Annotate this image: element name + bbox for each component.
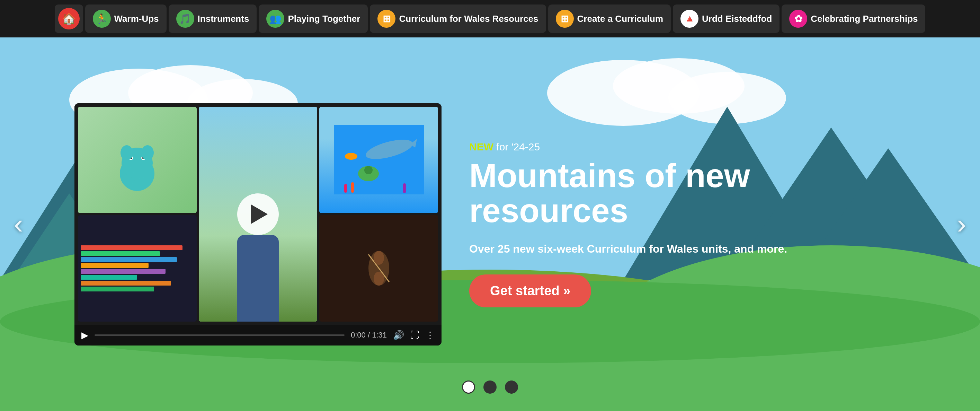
svg-point-40 <box>374 251 384 265</box>
nav-item-urdd[interactable]: 🔺 Urdd Eisteddfod <box>673 5 780 33</box>
nav-item-playing-together[interactable]: 👥 Playing Together <box>259 5 368 33</box>
carousel-prev-button[interactable]: ‹ <box>14 208 23 240</box>
nav-label-create: Create a Curriculum <box>577 14 663 24</box>
badge-year-text: for '24-25 <box>493 141 540 153</box>
badge-new-text: NEW <box>469 141 493 153</box>
thumbnail-ocean <box>319 107 438 213</box>
nav-item-instruments[interactable]: 🎵 Instruments <box>169 5 257 33</box>
navbar: 🏠 🏃 Warm-Ups 🎵 Instruments 👥 Playing Tog… <box>0 0 980 37</box>
music-icon: 🎵 <box>176 10 194 28</box>
hero-content: ▶ 0:00 / 1:31 🔊 ⛶ ⋮ NEW for '24-25 Mount… <box>75 103 905 346</box>
nav-label-instruments: Instruments <box>198 14 249 24</box>
home-nav-item[interactable]: 🏠 <box>55 5 83 33</box>
thumbnail-violin <box>319 215 438 322</box>
prev-arrow-icon: ‹ <box>14 209 23 239</box>
svg-point-33 <box>345 153 357 160</box>
run-icon: 🏃 <box>93 10 111 28</box>
play-pause-button[interactable]: ▶ <box>81 330 88 341</box>
grid-icon: ⊞ <box>377 10 396 28</box>
video-thumbnails <box>75 103 442 325</box>
home-icon: 🏠 <box>58 8 80 29</box>
urdd-icon: 🔺 <box>681 10 698 28</box>
thumbnail-elephant <box>78 107 197 213</box>
video-controls-bar: ▶ 0:00 / 1:31 🔊 ⛶ ⋮ <box>75 325 442 346</box>
nav-label-curriculum: Curriculum for Wales Resources <box>399 14 538 24</box>
svg-point-41 <box>374 272 384 285</box>
carousel-dot-2[interactable] <box>484 381 496 393</box>
carousel-dot-3[interactable] <box>505 381 518 393</box>
progress-bar[interactable] <box>94 335 345 336</box>
hero-section: ‹ <box>0 37 980 411</box>
get-started-button[interactable]: Get started » <box>469 274 591 307</box>
svg-point-32 <box>364 166 372 174</box>
carousel-dots <box>462 381 518 393</box>
video-player: ▶ 0:00 / 1:31 🔊 ⛶ ⋮ <box>75 103 442 346</box>
person-silhouette <box>237 235 279 322</box>
svg-point-27 <box>141 145 154 161</box>
hero-title: Mountains of new resources <box>469 158 905 228</box>
next-arrow-icon: › <box>957 209 966 239</box>
play-button[interactable] <box>237 193 279 235</box>
svg-rect-28 <box>334 125 424 194</box>
daw-display <box>78 242 197 294</box>
new-badge: NEW for '24-25 <box>469 141 905 153</box>
flower-icon: ✿ <box>789 10 807 28</box>
elephant-svg <box>106 129 168 191</box>
video-wrapper: ▶ 0:00 / 1:31 🔊 ⛶ ⋮ <box>75 103 442 346</box>
nav-label-warmups: Warm-Ups <box>114 14 159 24</box>
nav-item-curriculum-wales[interactable]: ⊞ Curriculum for Wales Resources <box>370 5 546 33</box>
nav-item-create-curriculum[interactable]: ⊞ Create a Curriculum <box>548 5 671 33</box>
svg-rect-34 <box>344 184 347 193</box>
hero-text-panel: NEW for '24-25 Mountains of new resource… <box>469 141 905 308</box>
hero-subtitle: Over 25 new six-week Curriculum for Wale… <box>469 241 905 257</box>
fullscreen-button[interactable]: ⛶ <box>410 330 419 341</box>
violin-svg <box>344 241 414 296</box>
nav-label-urdd: Urdd Eisteddfod <box>702 14 772 24</box>
ocean-svg <box>334 125 424 194</box>
svg-rect-36 <box>403 183 406 193</box>
nav-label-celebrating: Celebrating Partnerships <box>811 14 918 24</box>
thumbnail-music-software <box>78 215 197 322</box>
carousel-dot-1[interactable] <box>462 381 475 393</box>
svg-rect-35 <box>351 182 354 193</box>
nav-label-playing: Playing Together <box>288 14 360 24</box>
carousel-next-button[interactable]: › <box>957 208 966 240</box>
nav-item-warmups[interactable]: 🏃 Warm-Ups <box>85 5 167 33</box>
people-icon: 👥 <box>266 10 284 28</box>
nav-item-celebrating[interactable]: ✿ Celebrating Partnerships <box>781 5 925 33</box>
svg-point-26 <box>121 145 133 161</box>
play-triangle-icon <box>251 204 268 224</box>
video-time: 0:00 / 1:31 <box>351 331 387 339</box>
more-options-button[interactable]: ⋮ <box>426 330 434 341</box>
volume-button[interactable]: 🔊 <box>393 330 404 341</box>
grid-icon2: ⊞ <box>556 10 574 28</box>
